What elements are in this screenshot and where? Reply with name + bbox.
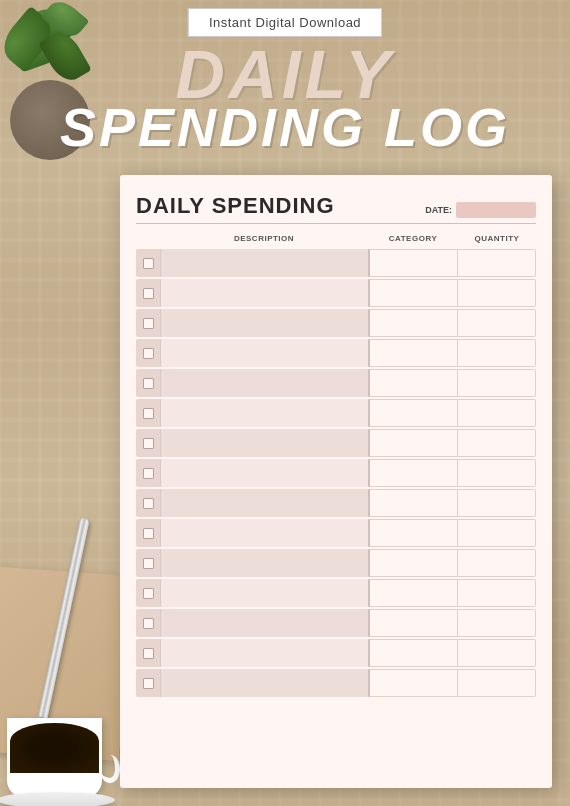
checkbox-11[interactable] — [143, 558, 154, 569]
table-row — [136, 249, 536, 277]
row-2-cat[interactable] — [368, 279, 458, 307]
document-header: DAILY SPENDING DATE: — [136, 193, 536, 219]
table-row — [136, 369, 536, 397]
row-11-qty[interactable] — [458, 549, 536, 577]
table-row — [136, 339, 536, 367]
row-13-desc[interactable] — [160, 609, 368, 637]
table-row — [136, 399, 536, 427]
row-14-qty[interactable] — [458, 639, 536, 667]
row-14-check — [136, 639, 160, 667]
row-2-check — [136, 279, 160, 307]
row-15-check — [136, 669, 160, 697]
row-6-cat[interactable] — [368, 399, 458, 427]
row-5-desc[interactable] — [160, 369, 368, 397]
row-10-cat[interactable] — [368, 519, 458, 547]
table-row — [136, 519, 536, 547]
checkbox-7[interactable] — [143, 438, 154, 449]
row-7-qty[interactable] — [458, 429, 536, 457]
row-10-desc[interactable] — [160, 519, 368, 547]
row-14-cat[interactable] — [368, 639, 458, 667]
row-11-desc[interactable] — [160, 549, 368, 577]
row-12-check — [136, 579, 160, 607]
table-row — [136, 309, 536, 337]
row-13-qty[interactable] — [458, 609, 536, 637]
row-7-check — [136, 429, 160, 457]
row-3-qty[interactable] — [458, 309, 536, 337]
table-row — [136, 609, 536, 637]
table-row — [136, 279, 536, 307]
checkbox-4[interactable] — [143, 348, 154, 359]
checkbox-12[interactable] — [143, 588, 154, 599]
row-4-check — [136, 339, 160, 367]
checkbox-1[interactable] — [143, 258, 154, 269]
row-8-qty[interactable] — [458, 459, 536, 487]
checkbox-5[interactable] — [143, 378, 154, 389]
row-3-desc[interactable] — [160, 309, 368, 337]
row-9-cat[interactable] — [368, 489, 458, 517]
spending-log-document: DAILY SPENDING DATE: DESCRIPTION CATEGOR… — [120, 175, 552, 788]
date-field[interactable] — [456, 202, 536, 218]
row-9-check — [136, 489, 160, 517]
table-header: DESCRIPTION CATEGORY QUANTITY — [136, 230, 536, 247]
row-12-cat[interactable] — [368, 579, 458, 607]
row-1-desc[interactable] — [160, 249, 368, 277]
row-7-desc[interactable] — [160, 429, 368, 457]
row-2-desc[interactable] — [160, 279, 368, 307]
row-6-desc[interactable] — [160, 399, 368, 427]
row-5-check — [136, 369, 160, 397]
row-3-cat[interactable] — [368, 309, 458, 337]
row-5-qty[interactable] — [458, 369, 536, 397]
row-4-cat[interactable] — [368, 339, 458, 367]
row-7-cat[interactable] — [368, 429, 458, 457]
row-6-qty[interactable] — [458, 399, 536, 427]
header-divider — [136, 223, 536, 224]
checkbox-10[interactable] — [143, 528, 154, 539]
row-15-qty[interactable] — [458, 669, 536, 697]
coffee-cup-decoration — [0, 676, 135, 806]
checkbox-14[interactable] — [143, 648, 154, 659]
row-4-qty[interactable] — [458, 339, 536, 367]
row-8-cat[interactable] — [368, 459, 458, 487]
row-13-cat[interactable] — [368, 609, 458, 637]
checkbox-13[interactable] — [143, 618, 154, 629]
row-15-desc[interactable] — [160, 669, 368, 697]
row-14-desc[interactable] — [160, 639, 368, 667]
coffee-surface — [10, 723, 99, 773]
row-4-desc[interactable] — [160, 339, 368, 367]
cup-handle — [100, 755, 120, 783]
checkbox-2[interactable] — [143, 288, 154, 299]
checkbox-9[interactable] — [143, 498, 154, 509]
row-9-qty[interactable] — [458, 489, 536, 517]
row-13-check — [136, 609, 160, 637]
title-spending-log: SPENDING LOG — [0, 100, 570, 154]
checkbox-15[interactable] — [143, 678, 154, 689]
row-15-cat[interactable] — [368, 669, 458, 697]
banner-text: Instant Digital Download — [209, 15, 361, 30]
row-8-check — [136, 459, 160, 487]
row-3-check — [136, 309, 160, 337]
row-11-cat[interactable] — [368, 549, 458, 577]
row-2-qty[interactable] — [458, 279, 536, 307]
row-10-check — [136, 519, 160, 547]
row-1-cat[interactable] — [368, 249, 458, 277]
table-row — [136, 459, 536, 487]
checkbox-6[interactable] — [143, 408, 154, 419]
col-description: DESCRIPTION — [160, 230, 368, 247]
row-12-qty[interactable] — [458, 579, 536, 607]
row-8-desc[interactable] — [160, 459, 368, 487]
row-1-check — [136, 249, 160, 277]
cup-saucer — [0, 792, 115, 806]
col-check — [136, 230, 160, 247]
row-5-cat[interactable] — [368, 369, 458, 397]
row-11-check — [136, 549, 160, 577]
row-10-qty[interactable] — [458, 519, 536, 547]
checkbox-8[interactable] — [143, 468, 154, 479]
row-1-qty[interactable] — [458, 249, 536, 277]
table-row — [136, 429, 536, 457]
row-9-desc[interactable] — [160, 489, 368, 517]
checkbox-3[interactable] — [143, 318, 154, 329]
date-label: DATE: — [425, 205, 452, 215]
date-area: DATE: — [425, 202, 536, 218]
table-row — [136, 669, 536, 697]
row-12-desc[interactable] — [160, 579, 368, 607]
